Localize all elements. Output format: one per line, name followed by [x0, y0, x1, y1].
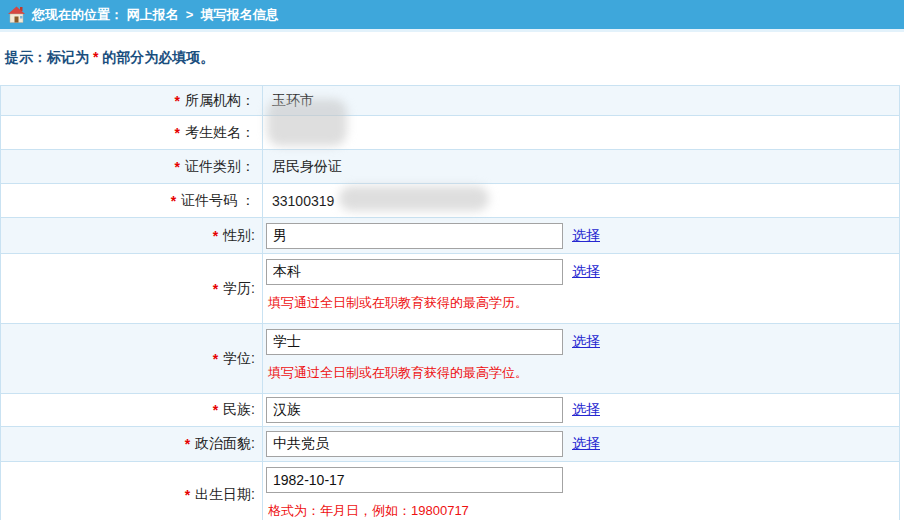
required-asterisk: *	[171, 193, 176, 209]
id-type-value: 居民身份证	[266, 158, 899, 176]
degree-select-link[interactable]: 选择	[572, 333, 600, 351]
form-row-gender: * 性别: 选择	[1, 218, 899, 254]
required-field-tip: 提示：标记为 * 的部分为必填项。	[5, 49, 904, 67]
ethnicity-label-text: 民族:	[223, 401, 255, 419]
organization-label-text: 所属机构：	[185, 92, 255, 110]
breadcrumb-link-online-registration[interactable]: 网上报名	[127, 6, 179, 24]
tip-text-suffix: 的部分为必填项。	[98, 49, 214, 65]
education-input[interactable]	[266, 259, 563, 285]
candidate-name-label-text: 考生姓名：	[185, 124, 255, 142]
degree-label: * 学位:	[1, 324, 263, 393]
required-asterisk: *	[213, 351, 218, 367]
organization-value: 玉环市	[266, 92, 899, 110]
organization-label: * 所属机构：	[1, 86, 263, 115]
degree-note: 填写通过全日制或在职教育获得的最高学位。	[266, 364, 899, 382]
gender-select-link[interactable]: 选择	[572, 227, 600, 245]
tip-text-prefix: 提示：标记为	[5, 49, 93, 65]
form-row-education: * 学历: 选择 填写通过全日制或在职教育获得的最高学历。	[1, 254, 899, 324]
form-row-id-type: * 证件类别： 居民身份证	[1, 150, 899, 184]
political-status-select-link[interactable]: 选择	[572, 435, 600, 453]
required-asterisk: *	[175, 93, 180, 109]
form-row-ethnicity: * 民族: 选择	[1, 394, 899, 427]
page: 您现在的位置： 网上报名 > 填写报名信息 提示：标记为 * 的部分为必填项。 …	[0, 0, 904, 520]
form-row-candidate-name: * 考生姓名：	[1, 116, 899, 150]
required-asterisk: *	[213, 228, 218, 244]
birth-date-label: * 出生日期:	[1, 462, 263, 520]
education-select-link[interactable]: 选择	[572, 263, 600, 281]
ethnicity-label: * 民族:	[1, 394, 263, 426]
degree-label-text: 学位:	[223, 350, 255, 368]
form-row-id-number: * 证件号码 ： 33100319	[1, 184, 899, 218]
breadcrumb-current-page: 填写报名信息	[201, 6, 279, 24]
required-asterisk: *	[185, 436, 190, 452]
required-asterisk: *	[213, 402, 218, 418]
id-number-value: 33100319	[266, 193, 899, 209]
political-status-input[interactable]	[266, 431, 563, 457]
gender-input[interactable]	[266, 223, 563, 249]
breadcrumb-prefix: 您现在的位置：	[32, 6, 127, 24]
id-number-label: * 证件号码 ：	[1, 184, 263, 217]
form-row-birth-date: * 出生日期: 格式为：年月日，例如：19800717	[1, 462, 899, 520]
id-number-label-text: 证件号码 ：	[181, 192, 255, 210]
degree-input[interactable]	[266, 329, 563, 355]
breadcrumb-separator: >	[179, 7, 201, 22]
registration-form: * 所属机构： 玉环市 * 考生姓名： * 证件类别： 居民身份证	[0, 85, 900, 520]
political-status-label-text: 政治面貌:	[195, 435, 255, 453]
form-row-political-status: * 政治面貌: 选择	[1, 427, 899, 462]
candidate-name-label: * 考生姓名：	[1, 116, 263, 149]
political-status-label: * 政治面貌:	[1, 427, 263, 461]
gender-label: * 性别:	[1, 218, 263, 253]
education-note: 填写通过全日制或在职教育获得的最高学历。	[266, 294, 899, 312]
required-asterisk: *	[175, 125, 180, 141]
birth-date-label-text: 出生日期:	[195, 486, 255, 504]
education-label: * 学历:	[1, 254, 263, 323]
home-icon	[7, 6, 26, 23]
birth-date-input[interactable]	[266, 467, 563, 493]
birth-date-note: 格式为：年月日，例如：19800717	[266, 502, 899, 520]
id-type-label: * 证件类别：	[1, 150, 263, 183]
required-asterisk: *	[213, 281, 218, 297]
required-asterisk: *	[185, 487, 190, 503]
breadcrumb-bar: 您现在的位置： 网上报名 > 填写报名信息	[0, 0, 904, 32]
gender-label-text: 性别:	[223, 227, 255, 245]
form-row-degree: * 学位: 选择 填写通过全日制或在职教育获得的最高学位。	[1, 324, 899, 394]
required-asterisk: *	[175, 159, 180, 175]
ethnicity-input[interactable]	[266, 397, 563, 423]
education-label-text: 学历:	[223, 280, 255, 298]
ethnicity-select-link[interactable]: 选择	[572, 401, 600, 419]
form-row-organization: * 所属机构： 玉环市	[1, 86, 899, 116]
id-type-label-text: 证件类别：	[185, 158, 255, 176]
